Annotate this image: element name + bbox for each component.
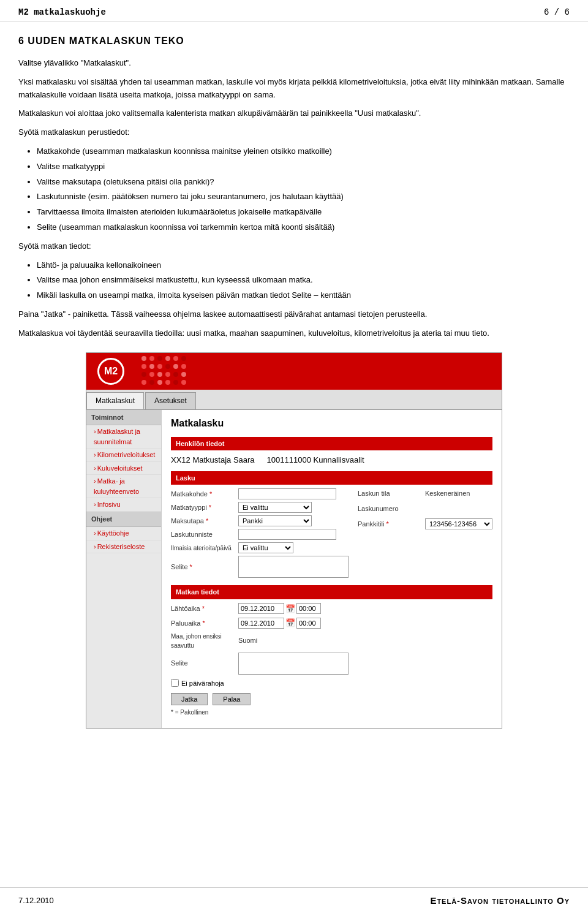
matkan-tiedot-list: Lähtö- ja paluuaika kellonaikoineen Vali… [37,259,570,302]
ei-paivarahoja-checkbox[interactable] [171,679,179,687]
sidebar-item-kayttoohje[interactable]: Käyttöohje [86,527,161,540]
sidebar: Toiminnot Matkalaskut ja suunnitelmat Ki… [86,410,162,729]
syota-matkan-label: Syötä matkan tiedot: [18,240,570,253]
dot [157,380,162,385]
dot [181,364,186,369]
required-star: * [209,504,211,511]
palaa-button[interactable]: Palaa [213,693,251,705]
dot [165,364,170,369]
matka-selite-textarea[interactable] [238,653,349,675]
list-item: Valitse matkatyyppi [37,161,570,173]
person-code: 1001111000 Kunnallisvaalit [267,454,364,466]
header-decoration [135,353,502,390]
calendar-icon[interactable]: 📅 [285,603,295,615]
dot [165,380,170,385]
matkatyyppi-row: Matkatyyppi * Ei valittu [171,502,349,513]
nav-tabs: Matkalaskut Asetukset [86,390,502,410]
dot [141,380,146,385]
dot [149,364,154,369]
page-number: 6 / 6 [544,7,570,17]
dot [141,372,146,377]
lahtoaika-row: Lähtöaika * 📅 [171,603,492,615]
lahtoaika-label: Lähtöaika * [171,604,238,614]
paragraph-5: Matkalaskua voi täydentää seuraavilla ti… [18,327,570,340]
dot [157,364,162,369]
main-content: 6 UUDEN MATKALASKUN TEKO Valitse ylävali… [0,21,588,753]
laskutunniste-row: Laskutunniste [171,529,349,540]
ilmaisia-select[interactable]: Ei valittu [238,542,293,553]
footer-date: 7.12.2010 [18,896,54,905]
lahtoaika-time-input[interactable] [296,603,321,614]
matkakohde-input[interactable] [238,488,336,499]
sidebar-item-matka-yhteenveto[interactable]: Matka- ja kuluyhteenveto [86,475,161,498]
dot [181,356,186,361]
form-title: Matkalasku [171,416,492,431]
required-note: * = Pakollinen [171,708,492,717]
lasku-col-left: Matkakohde * Matkatyyppi * Ei valittu [171,488,349,580]
calendar-icon-2[interactable]: 📅 [285,617,295,629]
laskun-tila-label: Laskun tila [358,488,425,499]
maa-value: Suomi [238,635,257,646]
sidebar-section-title: Toiminnot [86,410,161,426]
paluuaika-date-input[interactable] [238,618,284,629]
page-header: M2 matkalaskuohje 6 / 6 [0,0,588,21]
app-logo: M2 [86,353,135,390]
dots-pattern [141,356,187,386]
footer-company: Etelä-Savon tietohallinto Oy [430,895,570,906]
form-area: Matkalasku Henkilön tiedot XX12 Matkusta… [162,410,502,729]
maksutapa-label: Maksutapa * [171,516,238,526]
dot [149,380,154,385]
pankkitili-select[interactable]: 123456-123456 [425,518,492,529]
matka-selite-row: Selite [171,653,492,675]
required-star: * [206,517,208,525]
laskun-tila-value: Keskeneräinen [425,488,470,499]
selite-textarea[interactable] [238,556,349,578]
dot [149,356,154,361]
list-item: Mikäli laskulla on useampi matka, ilmoit… [37,289,570,302]
dot [165,372,170,377]
dot [157,356,162,361]
list-item: Lähtö- ja paluuaika kellonaikoineen [37,259,570,272]
m2-logo: M2 [97,358,124,385]
dot [173,356,178,361]
matkatyyppi-label: Matkatyyppi * [171,502,238,513]
ilmaisia-row: Ilmaisia aterioita/päivä Ei valittu [171,542,349,553]
matkan-tiedot-header: Matkan tiedot [171,585,492,599]
sidebar-item-rekisteriseloste[interactable]: Rekisteriseloste [86,540,161,554]
list-item: Laskutunniste (esim. päätöksen numero ta… [37,191,570,203]
required-star: * [209,490,212,498]
paragraph-1: Valitse ylävalikko "Matkalaskut". [18,57,570,70]
sidebar-item-matkalaskut[interactable]: Matkalaskut ja suunnitelmat [86,425,161,449]
selite-label: Selite * [171,562,238,572]
person-info-row: XX12 Matkustaja Saara 1001111000 Kunnall… [171,454,492,466]
person-name: XX12 Matkustaja Saara [171,454,255,466]
sidebar-item-infosivu[interactable]: Infosivu [86,498,161,512]
selite-row: Selite * [171,556,349,578]
tab-asetukset[interactable]: Asetukset [145,392,196,409]
pankkitili-row: Pankkitili * 123456-123456 [358,518,492,529]
paluuaika-time-input[interactable] [296,618,321,629]
jatka-button[interactable]: Jatka [171,693,208,705]
lasku-header: Lasku [171,471,492,485]
sidebar-item-kilometri[interactable]: Kilometriveloitukset [86,449,161,462]
matkatyyppi-select[interactable]: Ei valittu [238,502,312,513]
paluuaika-label: Paluuaika * [171,618,238,629]
tab-matkalaskut[interactable]: Matkalaskut [86,392,144,409]
sidebar-item-kulu[interactable]: Kuluveloitukset [86,462,161,475]
syota-perustiedot-label: Syötä matkalaskun perustiedot: [18,126,570,139]
ei-paivarahoja-row: Ei päivärahoja [171,678,492,689]
dot [165,356,170,361]
matkakohde-label: Matkakohde * [171,489,238,499]
paragraph-2: Yksi matkalasku voi sisältää yhden tai u… [18,76,570,102]
maa-label: Maa, johon ensiksi saavuttu [171,632,238,650]
lasku-section: Matkakohde * Matkatyyppi * Ei valittu [171,488,492,580]
laskutunniste-label: Laskutunniste [171,529,238,540]
paragraph-3: Matkalaskun voi aloittaa joko valitsemal… [18,107,570,120]
lahtoaika-date-input[interactable] [238,603,284,614]
pankkitili-label: Pankkitili * [358,519,425,529]
document-title: M2 matkalaskuohje [18,7,106,17]
maksutapa-select[interactable]: Pankki [238,515,312,526]
dot [173,380,178,385]
laskutunniste-input[interactable] [238,529,336,540]
app-screenshot: M2 [86,352,502,729]
